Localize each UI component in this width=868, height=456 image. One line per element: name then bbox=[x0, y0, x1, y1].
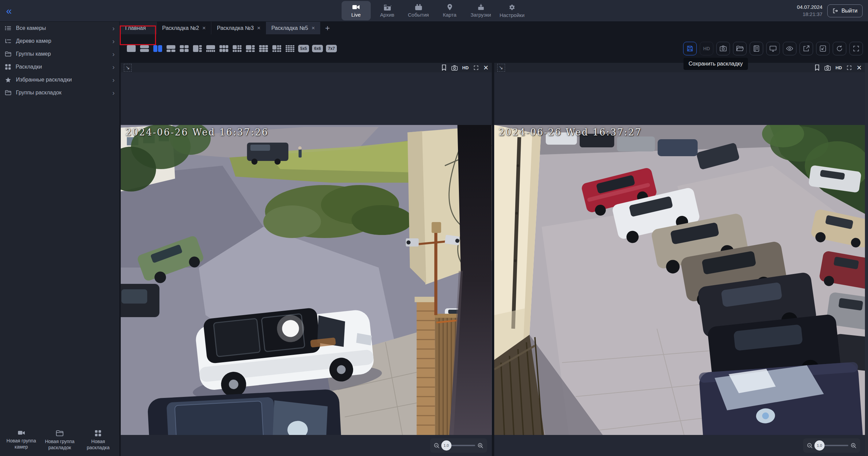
tab-layout-2[interactable]: Раскладка №2 × bbox=[156, 22, 211, 34]
open-folder-icon bbox=[736, 45, 744, 52]
add-tab-button[interactable]: + bbox=[320, 22, 334, 34]
resize-button[interactable] bbox=[816, 42, 830, 55]
refresh-button[interactable] bbox=[833, 42, 846, 55]
sidebar-item-label: Раскладки bbox=[16, 64, 42, 70]
zoom-in-icon[interactable] bbox=[477, 442, 484, 449]
hd-quality-button[interactable]: HD bbox=[700, 42, 713, 55]
tile-close-icon[interactable]: ✕ bbox=[856, 65, 862, 71]
nav-label: Загрузки bbox=[470, 12, 491, 18]
bookmark-icon[interactable] bbox=[814, 65, 820, 71]
bookmark-icon[interactable] bbox=[441, 65, 447, 71]
zoom-control: 1.0 bbox=[430, 438, 487, 453]
sidebar-collapse-button[interactable]: « bbox=[6, 6, 12, 16]
button-label: Новая группа раскладок bbox=[41, 439, 78, 451]
journal-button[interactable] bbox=[750, 42, 763, 55]
layout-1-2-button[interactable] bbox=[166, 44, 176, 53]
tab-label: Раскладка №5 bbox=[271, 25, 308, 31]
main-area: Главная Раскладка №2 × Раскладка №3 × Ра… bbox=[120, 22, 868, 456]
hd-toggle[interactable]: HD bbox=[462, 65, 469, 70]
layout-9-button[interactable] bbox=[258, 44, 269, 53]
zoom-slider-handle[interactable]: 1.0 bbox=[814, 440, 825, 451]
nav-settings[interactable]: Настройки bbox=[498, 1, 527, 20]
view-button[interactable] bbox=[783, 42, 796, 55]
sidebar-item-layouts[interactable]: Раскладки › bbox=[0, 60, 119, 73]
video-area[interactable]: 2024-06-26 Wed 16:37:26 1.0 bbox=[121, 72, 492, 456]
zoom-out-icon[interactable] bbox=[807, 442, 813, 449]
snapshot-camera-icon[interactable] bbox=[451, 65, 458, 71]
zoom-slider-handle[interactable]: 1.0 bbox=[441, 440, 451, 451]
close-tab-icon[interactable]: × bbox=[202, 25, 206, 31]
layout-7x7-button[interactable]: 7x7 bbox=[326, 45, 337, 52]
layout-2-rows-button[interactable] bbox=[139, 44, 150, 53]
layout-1-7-button[interactable] bbox=[232, 44, 242, 53]
nav-label: Архив bbox=[380, 12, 394, 18]
nav-live[interactable]: Live bbox=[342, 1, 371, 20]
tab-glavnaya[interactable]: Главная bbox=[120, 22, 156, 34]
zoom-in-icon[interactable] bbox=[850, 442, 857, 449]
tab-label: Главная bbox=[125, 25, 146, 31]
layout-4-button[interactable] bbox=[179, 44, 189, 53]
zoom-slider[interactable]: 1.0 bbox=[446, 445, 475, 446]
share-icon bbox=[803, 45, 810, 52]
new-camera-group-button[interactable]: Новая группа камер bbox=[2, 428, 40, 452]
layout-6x6-button[interactable]: 6x6 bbox=[312, 45, 323, 52]
nav-label: Live bbox=[351, 12, 361, 18]
sidebar-item-layout-groups[interactable]: Группы раскладок › bbox=[0, 86, 119, 99]
screenshot-button[interactable] bbox=[716, 42, 730, 55]
zoom-slider[interactable]: 1.0 bbox=[819, 445, 848, 446]
save-icon bbox=[686, 45, 694, 52]
current-time: 18:21:37 bbox=[797, 11, 823, 18]
sidebar-item-camera-groups[interactable]: Группы камер › bbox=[0, 48, 119, 60]
layout-1-button[interactable] bbox=[126, 44, 136, 53]
layout-1-7-alt-button[interactable] bbox=[245, 44, 255, 53]
layout-16-button[interactable] bbox=[285, 44, 295, 53]
sidebar-item-all-cameras[interactable]: Все камеры › bbox=[0, 22, 119, 35]
sidebar-item-label: Дерево камер bbox=[16, 38, 51, 44]
layout-2-cols-button[interactable] bbox=[153, 44, 163, 53]
resize-icon bbox=[819, 45, 827, 52]
sidebar-item-favorite-layouts[interactable]: Избранные раскладки › bbox=[0, 73, 119, 86]
close-tab-icon[interactable]: × bbox=[257, 25, 261, 31]
scrollbar-strip[interactable] bbox=[865, 63, 868, 456]
new-layout-button[interactable]: Новая раскладка bbox=[79, 428, 117, 452]
tab-layout-5[interactable]: Раскладка №5 × bbox=[266, 22, 320, 34]
logout-button[interactable]: Выйти bbox=[827, 4, 863, 17]
datetime: 04.07.2024 18:21:37 bbox=[797, 4, 823, 18]
grid-layout-buttons: 5x5 6x6 7x7 bbox=[126, 44, 337, 53]
sidebar-item-camera-tree[interactable]: Дерево камер › bbox=[0, 35, 119, 48]
logout-label: Выйти bbox=[842, 8, 857, 14]
tile-fullscreen-icon[interactable] bbox=[846, 65, 852, 71]
events-icon bbox=[414, 4, 423, 11]
monitor-button[interactable] bbox=[766, 42, 780, 55]
nav-events[interactable]: События bbox=[404, 1, 433, 20]
save-layout-button[interactable]: Сохранить раскладку bbox=[683, 42, 697, 55]
folder-icon bbox=[56, 430, 64, 437]
layout-1-5-button[interactable] bbox=[206, 44, 216, 53]
open-folder-button[interactable] bbox=[733, 42, 747, 55]
layout-5x5-button[interactable]: 5x5 bbox=[298, 45, 309, 52]
sidebar-item-label: Все камеры bbox=[16, 25, 46, 31]
snapshot-camera-icon[interactable] bbox=[824, 65, 831, 71]
zoom-out-icon[interactable] bbox=[433, 442, 440, 449]
new-layout-group-button[interactable]: Новая группа раскладок bbox=[40, 428, 79, 452]
drag-resize-icon[interactable]: ↘ bbox=[124, 64, 132, 72]
tab-layout-3[interactable]: Раскладка №3 × bbox=[211, 22, 266, 34]
nav-downloads[interactable]: Загрузки bbox=[466, 1, 496, 20]
tab-label: Раскладка №2 bbox=[162, 25, 199, 31]
tile-fullscreen-icon[interactable] bbox=[473, 65, 479, 71]
share-button[interactable] bbox=[799, 42, 813, 55]
tile-close-icon[interactable]: ✕ bbox=[483, 65, 489, 71]
nav-archive[interactable]: Архив bbox=[373, 1, 402, 20]
tile-header-icons: HD ✕ bbox=[814, 65, 862, 71]
layout-1-3-button[interactable] bbox=[192, 44, 202, 53]
nav-map[interactable]: Карта bbox=[435, 1, 464, 20]
fullscreen-button[interactable] bbox=[849, 42, 863, 55]
close-tab-icon[interactable]: × bbox=[312, 25, 315, 31]
video-area[interactable]: 2024-06-26 Wed 16:37:27 1.0 bbox=[494, 72, 865, 456]
layout-1-12-button[interactable] bbox=[272, 44, 282, 53]
hd-toggle[interactable]: HD bbox=[835, 65, 842, 70]
layouts-grid-icon bbox=[5, 64, 11, 70]
layout-6-button[interactable] bbox=[219, 44, 229, 53]
view-toolbar: Сохранить раскладку HD bbox=[683, 42, 863, 55]
drag-resize-icon[interactable]: ↘ bbox=[497, 64, 505, 72]
